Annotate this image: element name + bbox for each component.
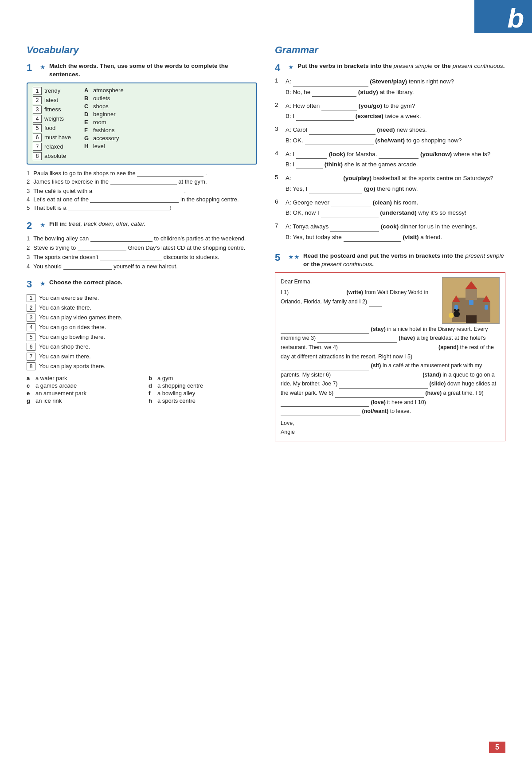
vocab-left-row: 8absolute — [33, 152, 71, 160]
ex2-s3: 3 The sports centre doesn't discounts to… — [27, 254, 257, 260]
ex4-item2: 2 A: How often (you/go) to the gym? B: I… — [275, 102, 505, 122]
vocab-right-row: Eroom — [84, 119, 124, 126]
ex2-instruction: Fill in: treat, track down, offer, cater… — [49, 220, 146, 228]
svg-point-13 — [449, 313, 454, 318]
list-item: ba gym — [149, 375, 257, 381]
ex5-header: 5 ★★ Read the postcard and put the verbs… — [275, 252, 505, 269]
svg-rect-8 — [482, 302, 490, 322]
ex3-header: 3 ★ Choose the correct place. — [27, 279, 257, 290]
s1: 1 Paula likes to go to the shops to see … — [27, 170, 257, 177]
vocab-right-row: Gaccessory — [84, 135, 124, 141]
svg-rect-3 — [466, 315, 477, 324]
svg-rect-11 — [454, 305, 458, 310]
list-item: da shopping centre — [149, 382, 257, 389]
ex1-instruction: Match the words. Then, use some of the w… — [49, 62, 257, 79]
vocab-right-row: Dbeginner — [84, 111, 124, 118]
postcard-text: Dear Emma, I 1) (write) from Walt Disney… — [281, 277, 438, 324]
vocab-left-row: 6must have — [33, 134, 71, 141]
ex4-number: 4 — [275, 62, 285, 74]
ex4-item3: 3 A: Carol (need) new shoes. B: OK. (she… — [275, 126, 505, 146]
list-item: 8You can play sports there. — [27, 362, 257, 370]
ex4-instruction: Put the verbs in brackets into the prese… — [297, 62, 505, 71]
postcard-body: I 1) (write) from Walt Disney World in O… — [281, 288, 438, 306]
ex2-star: ★ — [40, 221, 46, 228]
vocab-left-row: 4weights — [33, 115, 71, 123]
exercise-4: 4 ★ Put the verbs in brackets into the p… — [275, 62, 505, 243]
ex1-sentences: 1 Paula likes to go to the shops to see … — [27, 170, 257, 211]
s3: 3 The café is quiet with a . — [27, 188, 257, 194]
vocab-left-row: 5food — [33, 124, 71, 132]
vocab-right-row: Hlevel — [84, 143, 124, 149]
ex2-number: 2 — [27, 220, 36, 232]
ex5-star: ★★ — [288, 253, 300, 260]
ex2-s1: 1 The bowling alley can to children's pa… — [27, 235, 257, 242]
vocabulary-title: Vocabulary — [27, 44, 257, 56]
postcard: Dear Emma, I 1) (write) from Walt Disney… — [275, 272, 505, 441]
ex1-number: 1 — [27, 62, 36, 74]
postcard-inner: Dear Emma, I 1) (write) from Walt Disney… — [281, 277, 500, 324]
svg-rect-12 — [485, 305, 488, 310]
vocabulary-section: Vocabulary 1 ★ Match the words. Then, us… — [27, 44, 257, 450]
postcard-greeting: Dear Emma, — [281, 277, 438, 287]
list-item: aa water park — [27, 375, 135, 381]
ex3-places: 1You can exercise there.2You can skate t… — [27, 294, 257, 370]
s5: 5 That belt is a ! — [27, 204, 257, 211]
ex3-options: aa water parkba gymca games arcadeda sho… — [27, 375, 257, 404]
ex3-star: ★ — [40, 280, 46, 287]
vocab-left-row: 7relaxed — [33, 143, 71, 151]
vocab-left-row: 3fitness — [33, 106, 71, 114]
svg-rect-10 — [469, 300, 473, 305]
grammar-section: Grammar 4 ★ Put the verbs in brackets in… — [275, 44, 505, 450]
s2: 2 James likes to exercise in the at the … — [27, 178, 257, 185]
ex2-s2: 2 Steve is trying to Green Day's latest … — [27, 244, 257, 251]
vocab-left-col: 1trendy2latest3fitness4weights5food6must… — [33, 87, 71, 160]
s4: 4 Let's eat at one of the in the shoppin… — [27, 196, 257, 203]
ex4-star: ★ — [288, 63, 294, 71]
ex2-header: 2 ★ Fill in: treat, track down, offer, c… — [27, 220, 257, 232]
vocab-match-table: 1trendy2latest3fitness4weights5food6must… — [27, 82, 257, 165]
ex1-star: ★ — [40, 63, 46, 71]
list-item: 4You can go on rides there. — [27, 323, 257, 331]
ex2-s4: 4 You should yourself to a new haircut. — [27, 263, 257, 270]
svg-point-18 — [458, 309, 460, 311]
ex4-item7: 7 A: Tonya always (cook) dinner for us i… — [275, 222, 505, 243]
svg-point-17 — [454, 309, 456, 311]
vocab-left-row: 2latest — [33, 96, 71, 104]
postcard-signature: Angie — [281, 428, 500, 436]
list-item: gan ice rink — [27, 397, 135, 404]
list-item: 6You can shop there. — [27, 343, 257, 351]
vocab-right-row: Aatmosphere — [84, 87, 124, 94]
svg-rect-4 — [466, 289, 477, 300]
grammar-title: Grammar — [275, 44, 505, 56]
postcard-closing: Love, — [281, 419, 500, 428]
ex5-number: 5 — [275, 252, 285, 263]
vocab-right-row: Boutlets — [84, 95, 124, 102]
list-item: fa bowling alley — [149, 390, 257, 397]
exercise-2: 2 ★ Fill in: treat, track down, offer, c… — [27, 220, 257, 270]
vocab-right-col: AatmosphereBoutletsCshopsDbeginnerEroomF… — [84, 87, 124, 160]
page-number: 5 — [489, 742, 505, 753]
exercise-5: 5 ★★ Read the postcard and put the verbs… — [275, 252, 505, 441]
exercise-3: 3 ★ Choose the correct place. 1You can e… — [27, 279, 257, 404]
list-item: 1You can exercise there. — [27, 294, 257, 302]
corner-badge: 1 b — [474, 0, 532, 49]
ex4-item1: 1 A: (Steven/play) tennis right now? B: … — [275, 77, 505, 98]
ex4-item4: 4 A: I (look) for Marsha. (you/know) whe… — [275, 150, 505, 171]
list-item: 2You can skate there. — [27, 304, 257, 312]
vocab-left-row: 1trendy — [33, 87, 71, 95]
ex1-header: 1 ★ Match the words. Then, use some of t… — [27, 62, 257, 79]
list-item: ean amusement park — [27, 390, 135, 397]
ex3-instruction: Choose the correct place. — [49, 279, 122, 287]
list-item: 5You can go bowling there. — [27, 333, 257, 341]
list-item: 7You can swim there. — [27, 353, 257, 361]
vocab-right-row: Ffashions — [84, 127, 124, 134]
corner-letter: b — [507, 4, 524, 32]
ex4-items: 1 A: (Steven/play) tennis right now? B: … — [275, 77, 505, 243]
ex4-header: 4 ★ Put the verbs in brackets into the p… — [275, 62, 505, 74]
postcard-continuation: (stay) in a nice hotel in the Disney res… — [281, 325, 500, 416]
list-item: ha sports centre — [149, 397, 257, 404]
ex4-item6: 6 A: George never (clean) his room. B: O… — [275, 198, 505, 219]
ex5-instruction: Read the postcard and put the verbs in b… — [303, 252, 505, 269]
exercise-1: 1 ★ Match the words. Then, use some of t… — [27, 62, 257, 211]
ex3-number: 3 — [27, 279, 36, 290]
